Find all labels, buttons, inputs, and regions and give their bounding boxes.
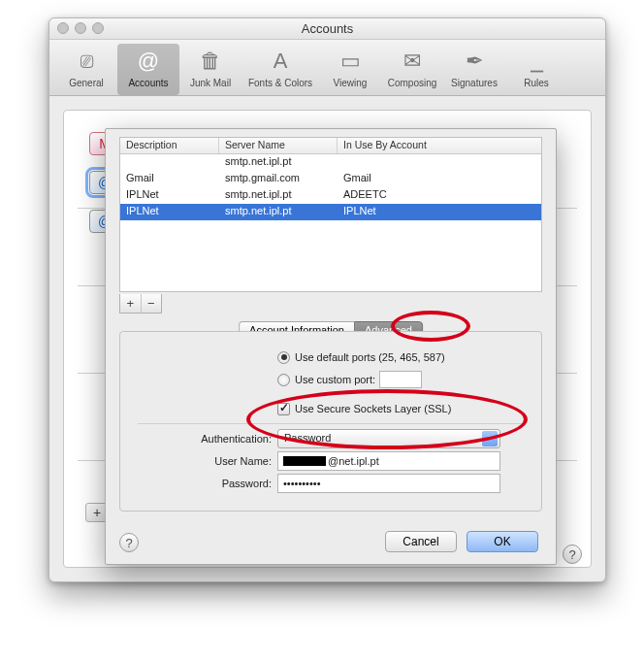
ssl-checkbox[interactable] <box>277 403 290 415</box>
atsign-icon: @ <box>133 46 164 77</box>
smtp-server-sheet: Description Server Name In Use By Accoun… <box>105 128 557 565</box>
table-row[interactable]: Gmail smtp.gmail.com Gmail <box>120 171 541 187</box>
tab-fonts-colors[interactable]: AFonts & Colors <box>242 44 319 95</box>
authentication-label: Authentication: <box>120 433 277 445</box>
tab-composing[interactable]: ✉Composing <box>381 44 443 95</box>
titlebar[interactable]: Accounts <box>49 18 605 40</box>
add-server-button[interactable]: + <box>120 294 142 313</box>
close-icon[interactable] <box>57 22 69 34</box>
tab-junk-mail[interactable]: 🗑Junk Mail <box>179 44 242 95</box>
window-title: Accounts <box>49 18 605 40</box>
col-description[interactable]: Description <box>120 138 219 153</box>
signature-icon: ✒ <box>459 46 490 77</box>
table-row[interactable]: IPLNet smtp.net.ipl.pt ADEETC <box>120 187 541 204</box>
username-label: User Name: <box>120 455 277 467</box>
redacted-text <box>283 456 326 466</box>
tab-general[interactable]: ⎚General <box>55 44 117 95</box>
table-header: Description Server Name In Use By Accoun… <box>120 138 541 154</box>
tab-rules[interactable]: ⎯Rules <box>505 44 567 95</box>
trash-icon: 🗑 <box>195 46 226 77</box>
minimize-icon[interactable] <box>75 22 86 34</box>
cancel-button[interactable]: Cancel <box>385 531 457 552</box>
password-label: Password: <box>120 478 277 489</box>
custom-port-label: Use custom port: <box>295 374 375 385</box>
font-icon: A <box>265 46 296 77</box>
username-input[interactable]: @net.ipl.pt <box>277 451 500 471</box>
tab-viewing[interactable]: ▭Viewing <box>319 44 381 95</box>
custom-port-radio[interactable] <box>277 374 290 386</box>
ok-button[interactable]: OK <box>467 531 538 552</box>
prefs-toolbar: ⎚General @Accounts 🗑Junk Mail AFonts & C… <box>49 40 605 96</box>
traffic-lights <box>57 22 104 34</box>
ssl-label: Use Secure Sockets Layer (SSL) <box>295 403 451 414</box>
default-ports-label: Use default ports (25, 465, 587) <box>295 351 445 363</box>
col-in-use-by[interactable]: In Use By Account <box>338 138 541 153</box>
default-ports-radio[interactable] <box>277 351 290 364</box>
authentication-select[interactable]: Password <box>277 429 500 448</box>
slider-icon: ⎚ <box>71 46 102 77</box>
tab-accounts[interactable]: @Accounts <box>117 44 179 95</box>
help-button[interactable]: ? <box>119 533 139 552</box>
help-button[interactable]: ? <box>563 545 582 564</box>
add-remove-buttons: + − <box>119 294 162 314</box>
col-server-name[interactable]: Server Name <box>219 138 338 153</box>
advanced-panel: Use default ports (25, 465, 587) Use cus… <box>119 331 542 512</box>
custom-port-input[interactable] <box>379 371 422 388</box>
smtp-server-table[interactable]: Description Server Name In Use By Accoun… <box>119 137 542 292</box>
divider <box>138 423 524 424</box>
table-row[interactable]: IPLNet smtp.net.ipl.pt IPLNet <box>120 204 541 220</box>
password-input[interactable]: •••••••••• <box>277 474 500 493</box>
table-row[interactable]: smtp.net.ipl.pt <box>120 154 541 171</box>
tab-signatures[interactable]: ✒Signatures <box>443 44 505 95</box>
zoom-icon[interactable] <box>92 22 104 34</box>
sheet-buttons: Cancel OK <box>385 531 538 552</box>
rules-icon: ⎯ <box>521 46 552 77</box>
remove-server-button[interactable]: − <box>142 294 162 313</box>
compose-icon: ✉ <box>397 46 428 77</box>
window-icon: ▭ <box>335 46 366 77</box>
